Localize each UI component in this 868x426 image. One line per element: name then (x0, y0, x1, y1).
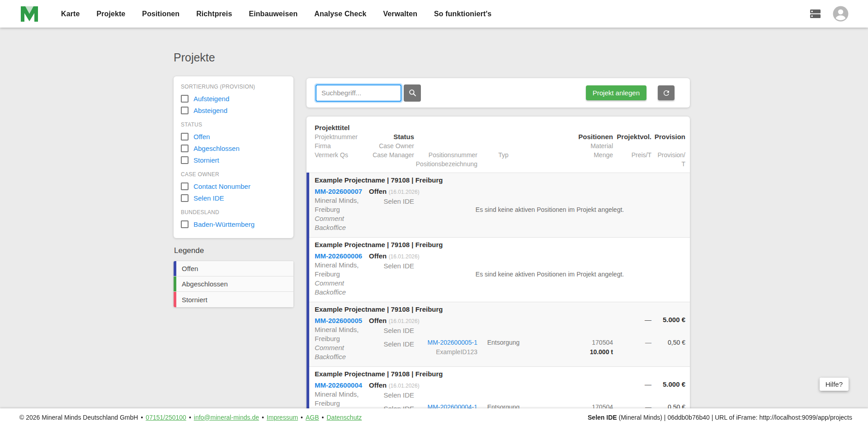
project-title: Example Projectname | 79108 | Freiburg (315, 305, 685, 313)
status-badge: Offen (369, 252, 387, 260)
filter-label[interactable]: Selen IDE (193, 194, 224, 202)
filter-label[interactable]: Aufsteigend (193, 95, 229, 103)
col-provision-t: Provision/ (651, 150, 685, 159)
checkbox[interactable] (181, 194, 189, 202)
nav-item-so-funktionierts[interactable]: So funktioniert's (434, 10, 491, 18)
filter-option-aufsteigend[interactable]: Aufsteigend (181, 93, 286, 104)
project-row: Example Projectname | 79108 | Freiburg M… (307, 302, 690, 366)
filter-option-baden-wuerttemberg[interactable]: Baden-Württemberg (181, 218, 286, 230)
filter-section-case-owner: CASE OWNER Contact Nonumber Selen IDE (181, 171, 286, 204)
project-note-2: Backoffice (315, 352, 369, 361)
legend-color-bar (174, 261, 176, 276)
checkbox[interactable] (181, 145, 189, 152)
impressum-link[interactable]: Impressum (267, 414, 298, 421)
filter-sidebar: SORTIERUNG (PROVISION) Aufsteigend Abste… (174, 76, 293, 238)
nav-item-karte[interactable]: Karte (61, 10, 80, 18)
checkbox[interactable] (181, 133, 189, 140)
search-button[interactable] (404, 84, 421, 102)
session-info: Selen IDE (Mineral Minds) | 06ddb0b76b40… (588, 414, 852, 421)
project-note: Comment (315, 279, 369, 288)
filter-option-contact-nonumber[interactable]: Contact Nonumber (181, 180, 286, 192)
phone-link[interactable]: 07151/250100 (146, 414, 186, 421)
project-company-city: Freiburg (315, 270, 369, 279)
table-header: Projekttitel Projektnummer Firma Vermerk… (307, 117, 690, 173)
status-badge: Offen (369, 187, 387, 195)
separator-dot: • (189, 414, 191, 421)
col-vermerk-qs: Vermerk Qs (315, 150, 369, 159)
filter-section-status: STATUS Offen Abgeschlossen Storniert (181, 122, 286, 166)
col-provision-t2: T (651, 159, 685, 169)
legend: Offen Abgeschlossen Storniert (174, 261, 293, 307)
legend-item-abgeschlossen: Abgeschlossen (174, 276, 293, 292)
project-title: Example Projectname | 79108 | Freiburg (315, 370, 685, 378)
nav-item-positionen[interactable]: Positionen (142, 10, 179, 18)
session-user: Selen IDE (588, 414, 617, 421)
help-button[interactable]: Hilfe? (820, 378, 849, 391)
position-provision-t: 0,50 € (651, 339, 685, 348)
copyright-text: © 2026 Mineral Minds Deutschland GmbH (19, 414, 138, 421)
col-provision: Provision (651, 132, 685, 141)
col-firma: Firma (315, 141, 369, 150)
project-number-link[interactable]: MM-202600007 (315, 187, 369, 196)
filter-label[interactable]: Abgeschlossen (193, 145, 240, 152)
legend-label: Storniert (182, 296, 208, 304)
main-navigation: Karte Projekte Positionen Richtpreis Ein… (61, 10, 491, 18)
filter-option-offen[interactable]: Offen (181, 131, 286, 142)
filter-label[interactable]: Baden-Württemberg (193, 220, 255, 228)
legend-label: Offen (182, 265, 198, 272)
nav-item-analyse-check[interactable]: Analyse Check (314, 10, 366, 18)
project-title: Example Projectname | 79108 | Freiburg (315, 241, 685, 248)
agb-link[interactable]: AGB (306, 414, 319, 421)
footer: © 2026 Mineral Minds Deutschland GmbH • … (0, 408, 868, 426)
filter-label[interactable]: Absteigend (193, 107, 227, 114)
checkbox[interactable] (181, 220, 189, 228)
create-project-button[interactable]: Projekt anlegen (586, 85, 646, 100)
col-case-owner: Case Owner (369, 141, 414, 150)
project-company: Mineral Minds, (315, 325, 369, 334)
checkbox[interactable] (181, 95, 189, 103)
datenschutz-link[interactable]: Datenschutz (326, 414, 362, 421)
nav-item-projekte[interactable]: Projekte (96, 10, 125, 18)
mineral-minds-logo-icon[interactable] (19, 5, 39, 23)
position-number-link[interactable]: MM-202600005-1 (414, 339, 477, 348)
filter-option-selen-ide[interactable]: Selen IDE (181, 192, 286, 204)
filter-option-abgeschlossen[interactable]: Abgeschlossen (181, 142, 286, 154)
checkbox[interactable] (181, 183, 189, 190)
filter-label[interactable]: Offen (193, 133, 210, 140)
project-number-link[interactable]: MM-202600006 (315, 251, 369, 261)
search-bar: Projekt anlegen (307, 78, 690, 108)
project-company: Mineral Minds, (315, 196, 369, 205)
provision-value: 5.000 € (651, 316, 685, 325)
checkbox[interactable] (181, 156, 189, 164)
section-title: STATUS (181, 122, 286, 128)
filter-label[interactable]: Storniert (193, 156, 219, 164)
page-title: Projekte (174, 51, 215, 64)
project-number-link[interactable]: MM-202600005 (315, 316, 369, 325)
user-avatar-icon[interactable] (832, 5, 849, 22)
filter-option-storniert[interactable]: Storniert (181, 154, 286, 166)
filter-option-absteigend[interactable]: Absteigend (181, 104, 286, 116)
checkbox[interactable] (181, 107, 189, 114)
refresh-button[interactable] (658, 85, 675, 100)
search-input[interactable] (316, 84, 401, 102)
project-note-2: Backoffice (315, 288, 369, 297)
filter-section-bundesland: BUNDESLAND Baden-Württemberg (181, 209, 286, 230)
status-color-bar (307, 237, 309, 302)
email-link[interactable]: info@mineral-minds.de (194, 414, 259, 421)
col-projektvol: Projektvol. (613, 132, 651, 141)
nav-item-einbauweisen[interactable]: Einbauweisen (249, 10, 297, 18)
server-icon[interactable] (809, 9, 821, 19)
project-number-link[interactable]: MM-202600004 (315, 380, 369, 390)
col-positionsbezeichnung: Positionsbezeichnung (414, 159, 477, 169)
section-title: BUNDESLAND (181, 209, 286, 215)
projects-table: Projekttitel Projektnummer Firma Vermerk… (307, 117, 690, 426)
separator-dot: • (322, 414, 324, 421)
nav-item-verwalten[interactable]: Verwalten (383, 10, 417, 18)
project-company: Mineral Minds, (315, 390, 369, 399)
position-menge: 10.000 t (529, 348, 613, 357)
position-name: ExampleID123 (414, 348, 477, 357)
section-title: SORTIERUNG (PROVISION) (181, 84, 286, 90)
nav-item-richtpreis[interactable]: Richtpreis (196, 10, 232, 18)
filter-label[interactable]: Contact Nonumber (193, 183, 250, 190)
case-manager-value: Selen IDE (369, 340, 414, 349)
